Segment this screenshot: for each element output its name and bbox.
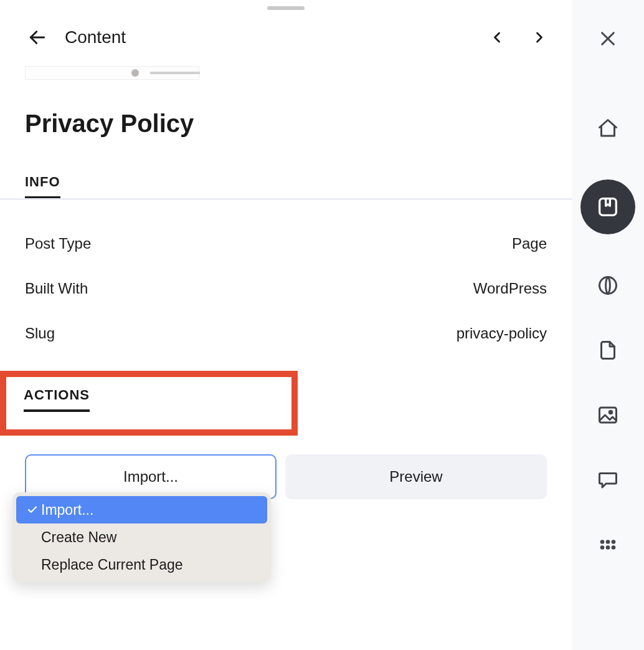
info-row-post-type: Post Type Page [25, 221, 547, 266]
actions-buttons: Import... Preview [0, 436, 572, 499]
dropdown-item-import[interactable]: Import... [16, 496, 267, 523]
page-thumbnail [0, 66, 572, 80]
prev-button[interactable] [485, 25, 509, 50]
dropdown-item-create-new[interactable]: Create New [16, 523, 267, 551]
sidebar-item-comment[interactable] [594, 466, 622, 494]
more-grid-icon [597, 533, 619, 556]
import-dropdown[interactable]: Import... Create New Replace Current Pag… [12, 492, 271, 582]
svg-point-10 [606, 545, 610, 550]
svg-point-11 [612, 545, 616, 550]
back-button[interactable] [25, 25, 50, 50]
dropdown-item-label: Replace Current Page [25, 557, 258, 573]
chevron-left-icon [488, 29, 506, 46]
dropdown-item-label: Import... [40, 502, 258, 519]
svg-point-5 [609, 411, 612, 414]
sidebar-item-more[interactable] [594, 531, 622, 558]
home-icon [597, 117, 619, 140]
sidebar-item-image[interactable] [594, 401, 622, 429]
info-row-built-with: Built With WordPress [25, 266, 547, 311]
content-panel: Content Privacy Policy INFO Post Type Pa… [0, 0, 572, 650]
preview-button-label: Preview [389, 468, 442, 485]
sidebar-item-content[interactable] [580, 179, 635, 234]
arrow-left-icon [27, 27, 47, 47]
panel-title: Content [65, 27, 485, 47]
highlight-annotation: ACTIONS [0, 371, 298, 436]
chevron-right-icon [531, 29, 548, 46]
check-icon [25, 504, 40, 515]
info-value: WordPress [473, 280, 547, 297]
info-tab-label[interactable]: INFO [25, 174, 60, 199]
info-label: Built With [25, 280, 88, 297]
image-icon [597, 404, 619, 426]
sidebar-item-home[interactable] [594, 115, 622, 142]
sidebar-item-file[interactable] [594, 337, 622, 364]
svg-point-8 [612, 540, 616, 544]
svg-point-6 [600, 540, 605, 544]
file-icon [597, 339, 619, 361]
close-button[interactable] [594, 25, 622, 52]
info-row-slug: Slug privacy-policy [25, 311, 547, 356]
next-button[interactable] [527, 25, 552, 50]
import-button-label: Import... [123, 468, 178, 485]
actions-tab-label[interactable]: ACTIONS [24, 387, 90, 412]
link-icon [597, 274, 619, 297]
dropdown-item-label: Create New [25, 529, 258, 546]
info-section: Post Type Page Built With WordPress Slug… [0, 200, 572, 356]
page-title: Privacy Policy [0, 80, 572, 144]
right-sidebar [572, 0, 644, 650]
sidebar-item-link[interactable] [594, 272, 622, 299]
svg-rect-4 [600, 408, 617, 423]
info-label: Post Type [25, 235, 91, 252]
close-icon [598, 29, 618, 49]
dropdown-item-replace[interactable]: Replace Current Page [16, 551, 267, 578]
drag-handle[interactable] [267, 6, 305, 10]
svg-rect-3 [600, 199, 617, 216]
comment-icon [597, 469, 619, 491]
info-value: privacy-policy [457, 325, 547, 342]
bookmark-square-icon [595, 194, 620, 219]
svg-point-7 [606, 540, 610, 544]
info-value: Page [512, 235, 547, 252]
preview-button[interactable]: Preview [285, 454, 547, 499]
info-tab: INFO [25, 174, 547, 199]
svg-point-9 [600, 545, 605, 550]
info-label: Slug [25, 325, 55, 342]
